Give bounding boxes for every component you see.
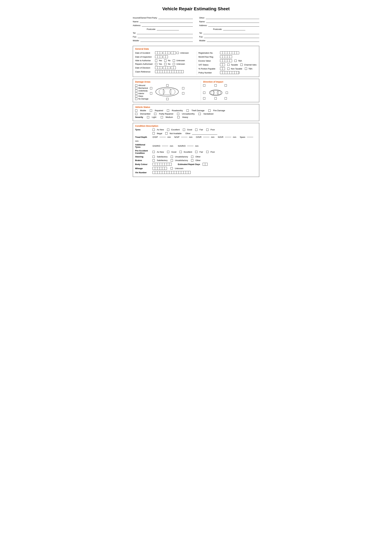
vin-boxes[interactable]	[153, 171, 191, 174]
damage-bottom-cb[interactable]	[166, 98, 169, 100]
repairs-unknown-cb[interactable]	[173, 63, 175, 65]
taxable-cb[interactable]	[227, 64, 229, 66]
fire-damage-cb[interactable]	[208, 110, 211, 112]
insured-label: Insured/Owner/Third Party:	[133, 17, 157, 19]
repairs-no-cb[interactable]	[164, 63, 166, 65]
able-no-cb[interactable]	[164, 59, 166, 62]
unroadworthy-cb[interactable]	[177, 113, 179, 115]
mileage-boxes[interactable]	[153, 167, 167, 170]
vat-status-boxes[interactable]	[220, 63, 225, 66]
left-name-field[interactable]	[140, 20, 193, 23]
brakes-other-cb[interactable]	[191, 159, 193, 161]
impact-br-cb[interactable]	[225, 97, 227, 100]
pre-fair-cb[interactable]	[195, 151, 197, 153]
steering-other-cb[interactable]	[191, 156, 193, 158]
impact-tc-cb[interactable]	[214, 84, 217, 87]
theft-damage-cb[interactable]	[186, 110, 189, 112]
able-yes-cb[interactable]	[155, 59, 157, 62]
insured-field[interactable]	[158, 16, 193, 19]
brakes-unsatisfactory-cb[interactable]	[171, 159, 173, 161]
tyres-good-cb[interactable]	[183, 129, 185, 131]
tyres-asnew-cb[interactable]	[153, 129, 155, 131]
right-name-field[interactable]	[206, 20, 259, 23]
general-data-cols: Date of Accident Unknown Date of Inspect…	[135, 51, 257, 75]
impact-tl-cb[interactable]	[203, 84, 205, 87]
addtyre-osro-field[interactable]	[162, 146, 168, 146]
tyres-other-field[interactable]	[192, 132, 217, 135]
impact-mr-cb[interactable]	[226, 92, 228, 94]
policy-number-boxes[interactable]	[220, 71, 239, 74]
left-postcode-field[interactable]	[157, 28, 179, 30]
month-year-label: Month/Year Reg	[199, 56, 219, 58]
excess-tba-cb[interactable]	[235, 60, 237, 62]
vandalised-cb[interactable]	[199, 113, 201, 115]
body-colour-boxes[interactable]	[153, 163, 171, 166]
dismantled-cb[interactable]	[135, 113, 137, 115]
light-cb[interactable]	[147, 116, 149, 118]
non-taxable-cb[interactable]	[227, 67, 229, 70]
brakes-satisfactory-cb[interactable]	[153, 159, 155, 161]
heavy-cb[interactable]	[177, 116, 179, 118]
date-inspection-boxes[interactable]	[155, 55, 168, 58]
date-decision-boxes[interactable]	[155, 66, 176, 69]
able-no-label: No	[168, 59, 171, 62]
date-accident-boxes[interactable]	[155, 51, 176, 54]
partly-repaired-cb[interactable]	[154, 113, 156, 115]
right-fax-field[interactable]	[204, 35, 259, 38]
mechanical-cb[interactable]	[135, 87, 137, 89]
tyres-excellent-cb[interactable]	[167, 129, 169, 131]
addtyre-nsro-field[interactable]	[187, 146, 193, 146]
steering-satisfactory-cb[interactable]	[153, 156, 155, 158]
right-address-field[interactable]	[208, 24, 259, 27]
allround-cb[interactable]	[135, 84, 137, 87]
repaired-cb[interactable]	[150, 110, 152, 112]
tyres-fair-cb[interactable]	[195, 129, 197, 131]
impact-tr-cb[interactable]	[225, 84, 227, 87]
registration-boxes[interactable]	[220, 51, 239, 54]
channel-isles-cb[interactable]	[240, 64, 243, 66]
damage-right-top-cb[interactable]	[182, 87, 184, 89]
steering-unsatisfactory-cb[interactable]	[171, 156, 173, 158]
tyres-notavail-cb[interactable]	[165, 132, 168, 134]
mobile-cb[interactable]	[135, 110, 137, 112]
impact-bl-cb[interactable]	[203, 97, 205, 100]
excess-value-boxes[interactable]	[220, 59, 232, 62]
pre-good-cb[interactable]	[167, 151, 169, 153]
pre-asnew-cb[interactable]	[153, 151, 155, 153]
right-postcode-field[interactable]	[223, 28, 245, 30]
repairs-yes-cb[interactable]	[155, 63, 157, 65]
tba2-cb[interactable]	[245, 67, 247, 70]
date-accident-unknown-cb[interactable]	[177, 52, 179, 54]
impact-ml-cb[interactable]	[203, 92, 205, 94]
damage-right-mid-cb[interactable]	[182, 92, 184, 95]
mileage-unknown-cb[interactable]	[171, 167, 173, 169]
pre-excellent-cb[interactable]	[179, 151, 182, 153]
glass-cb[interactable]	[135, 95, 137, 97]
left-tel-field[interactable]	[137, 31, 193, 34]
registration-label: Registration No.	[199, 52, 219, 54]
other-field[interactable]	[206, 16, 259, 19]
left-mobile-field[interactable]	[140, 39, 193, 42]
pre-poor-cb[interactable]	[206, 151, 208, 153]
steering-unsatisfactory-label: Unsatisfactory	[175, 155, 188, 158]
tyres-poor-cb[interactable]	[206, 129, 208, 131]
medium-cb[interactable]	[161, 116, 163, 118]
month-year-boxes[interactable]	[220, 55, 232, 58]
roadworthy-cb[interactable]	[167, 110, 169, 112]
left-fax-field[interactable]	[138, 35, 193, 38]
portion-payable-row: % Portion Payable Non Taxable TBA	[199, 67, 257, 70]
no-damage-cb[interactable]	[135, 98, 137, 100]
left-address-field[interactable]	[142, 24, 193, 27]
impact-bc-cb[interactable]	[214, 97, 217, 100]
tyres-illegal-cb[interactable]	[153, 132, 155, 134]
underbody-cb[interactable]	[135, 90, 137, 92]
damage-left-top-cb[interactable]	[150, 87, 152, 89]
interior-cb[interactable]	[135, 92, 137, 95]
right-tel-field[interactable]	[203, 31, 259, 34]
able-unknown-cb[interactable]	[173, 59, 175, 62]
right-mobile-field[interactable]	[207, 39, 259, 42]
claim-ref-boxes[interactable]	[155, 70, 184, 73]
est-repair-days-boxes[interactable]	[203, 163, 207, 166]
portion-payable-boxes[interactable]	[220, 67, 225, 70]
damage-left-mid-cb[interactable]	[150, 92, 152, 95]
